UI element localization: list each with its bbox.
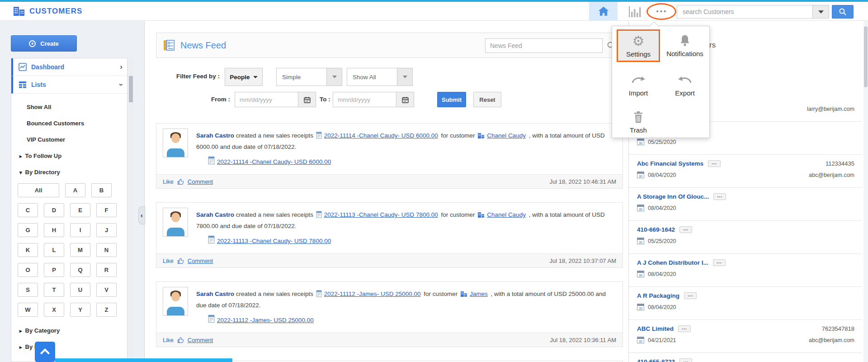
customer-name-link[interactable]: 410-669-1642 (637, 226, 675, 233)
customer-row[interactable]: 410-655-8723 ••• 30 (629, 353, 862, 362)
sidebar-collapse-handle[interactable]: ‹ (138, 206, 145, 224)
alpha-button[interactable]: N (96, 243, 117, 257)
home-button[interactable] (589, 2, 618, 20)
alpha-button[interactable]: J (96, 223, 117, 237)
sidebar-scrollbar-track[interactable] (128, 58, 133, 362)
customer-name-link[interactable]: A R Packaging (637, 292, 679, 299)
receipt-doc-link[interactable]: 2022-11114 -Chanel Caudy- USD 6000.00 (216, 157, 332, 167)
like-link[interactable]: Like (163, 337, 174, 343)
alpha-button[interactable]: C (18, 203, 38, 217)
menu-item-trash[interactable]: Trash (617, 107, 660, 137)
menu-item-import[interactable]: Import (617, 70, 660, 100)
sidebar-item-vip-customer[interactable]: VIP Customer (11, 132, 127, 148)
feed-user-link[interactable]: Sarah Castro (196, 291, 234, 297)
customer-row[interactable]: Abc Financial Systems ••• 112334435 30 0… (629, 155, 862, 188)
sidebar-scrollbar-thumb[interactable] (129, 76, 133, 102)
customer-name-link[interactable]: Abc Financial Systems (637, 160, 703, 167)
sidebar-item-bounced-customers[interactable]: Bounced Customers (11, 115, 127, 132)
more-icon[interactable]: ••• (713, 259, 726, 266)
alpha-button[interactable]: V (96, 283, 117, 297)
create-button[interactable]: + Create (11, 35, 77, 52)
alpha-button[interactable]: G (18, 223, 38, 237)
comment-link[interactable]: Comment (188, 337, 213, 343)
alpha-button[interactable]: X (44, 303, 64, 317)
menu-item-settings[interactable]: ⚙ Settings (617, 29, 660, 62)
customer-row[interactable]: A R Packaging ••• 30 08/04/2020 (629, 287, 862, 320)
receipt-doc-link[interactable]: 2022-11114 -Chanel Caudy- USD 6000.00 (323, 132, 439, 139)
feed-type-select[interactable]: Simple (276, 68, 342, 86)
feed-user-link[interactable]: Sarah Castro (196, 132, 234, 139)
customer-link[interactable]: Chanel Caudy (486, 132, 527, 139)
people-filter-button[interactable]: People (225, 68, 263, 86)
sidebar-item-lists[interactable]: Lists › (11, 76, 127, 94)
alpha-button[interactable]: H (44, 223, 64, 237)
sidebar-item-show-all[interactable]: Show All (11, 99, 127, 115)
customer-name-link[interactable]: A Storage Inn Of Glouc... (637, 193, 709, 200)
alpha-button[interactable]: Y (70, 303, 90, 317)
receipt-doc-link[interactable]: 2022-11113 -Chanel Caudy- USD 7800.00 (323, 211, 439, 218)
alpha-button[interactable]: U (70, 283, 90, 297)
alpha-button[interactable]: B (91, 183, 112, 197)
feed-user-link[interactable]: Sarah Castro (196, 211, 234, 218)
horizontal-scrollbar[interactable] (55, 358, 232, 362)
alpha-button[interactable]: P (44, 263, 64, 277)
sidebar-item-by-directory[interactable]: ▾By Directory (11, 164, 127, 181)
search-input[interactable] (677, 5, 812, 19)
alpha-button[interactable]: R (96, 263, 117, 277)
to-calendar-button[interactable] (396, 92, 414, 107)
comment-link[interactable]: Comment (188, 257, 213, 264)
alpha-button[interactable]: I (70, 223, 90, 237)
alpha-button[interactable]: F (96, 203, 117, 217)
sidebar-item-dashboard[interactable]: Dashboard › (11, 58, 127, 76)
news-feed-search-input[interactable] (485, 38, 603, 53)
from-date-input[interactable] (235, 92, 298, 107)
feed-show-select[interactable]: Show All (347, 68, 413, 86)
more-icon[interactable]: ••• (713, 193, 726, 200)
customer-row[interactable]: ABC Limited ••• 7623547818 30 04/21/2021… (629, 320, 862, 353)
receipt-doc-link[interactable]: 2022-11112 -James- USD 25000.00 (323, 291, 422, 297)
more-icon[interactable]: ••• (679, 226, 692, 233)
alpha-button[interactable]: M (70, 243, 90, 257)
receipt-doc-link[interactable]: 2022-11112 -James- USD 25000.00 (216, 315, 315, 325)
submit-button[interactable]: Submit (437, 92, 466, 107)
from-calendar-button[interactable] (298, 92, 316, 107)
sidebar-item-to-follow-up[interactable]: ▸To Follow Up (11, 148, 127, 164)
alpha-button[interactable]: Z (96, 303, 117, 317)
alpha-button-all[interactable]: All (18, 183, 59, 197)
alpha-button[interactable]: T (44, 283, 64, 297)
alpha-button[interactable]: A (65, 183, 85, 197)
alpha-button[interactable]: O (18, 263, 38, 277)
more-icon[interactable]: ••• (684, 292, 697, 299)
more-icon[interactable]: ••• (678, 325, 691, 332)
back-to-top-button[interactable] (35, 342, 55, 362)
alpha-button[interactable]: K (18, 243, 38, 257)
to-date-input[interactable] (333, 92, 396, 107)
alpha-button[interactable]: Q (70, 263, 90, 277)
menu-item-export[interactable]: Export (663, 70, 707, 100)
customer-link[interactable]: James (468, 291, 489, 297)
overflow-menu-button[interactable]: ••• (649, 3, 675, 20)
alpha-button[interactable]: L (44, 243, 64, 257)
more-icon[interactable]: ••• (708, 160, 721, 167)
customer-link[interactable]: Chanel Caudy (486, 211, 527, 218)
customer-name-link[interactable]: A J Cohen Distributor I... (637, 259, 708, 266)
sidebar-item-by-event[interactable]: ▸By Event (11, 339, 127, 355)
alpha-button[interactable]: E (70, 203, 90, 217)
customer-name-link[interactable]: ABC Limited (637, 325, 674, 332)
comment-link[interactable]: Comment (188, 178, 213, 185)
alpha-button[interactable]: D (44, 203, 64, 217)
like-link[interactable]: Like (163, 178, 174, 185)
like-link[interactable]: Like (163, 257, 174, 264)
reports-button[interactable] (625, 5, 645, 19)
receipt-doc-link[interactable]: 2022-11113 -Chanel Caudy- USD 7800.00 (216, 236, 332, 246)
customer-name-link[interactable]: 410-655-8723 (637, 358, 675, 362)
customer-row[interactable]: A J Cohen Distributor I... ••• 30 08/04/… (629, 254, 862, 287)
customer-row[interactable]: A Storage Inn Of Glouc... ••• 30 08/04/2… (629, 188, 862, 221)
menu-item-notifications[interactable]: Notifications (663, 30, 707, 60)
alpha-button[interactable]: S (18, 283, 38, 297)
search-scope-dropdown[interactable] (812, 5, 829, 19)
panel-scrollbar-thumb[interactable] (864, 26, 868, 87)
reset-button[interactable]: Reset (473, 92, 501, 107)
more-icon[interactable]: ••• (679, 358, 692, 362)
search-button[interactable] (832, 5, 854, 19)
